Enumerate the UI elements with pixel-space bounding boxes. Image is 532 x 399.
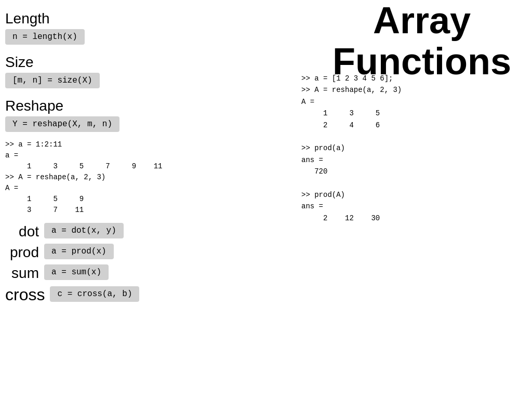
length-section: Length n = length(x) xyxy=(5,10,203,47)
prod-formula: a = prod(x) xyxy=(44,244,114,259)
reshape-section: Reshape Y = reshape(X, m, n) >> a = 1:2:… xyxy=(5,98,203,216)
prod-label: prod xyxy=(5,244,39,261)
dot-section: dot a = dot(x, y) xyxy=(5,223,203,241)
length-formula: n = length(x) xyxy=(5,29,85,45)
sum-section: sum a = sum(x) xyxy=(5,264,203,282)
reshape-formula: Y = reshape(X, m, n) xyxy=(5,116,119,132)
sum-formula: a = sum(x) xyxy=(44,264,109,280)
page-title: Array Functions xyxy=(312,0,532,82)
dot-formula: a = dot(x, y) xyxy=(44,223,124,238)
left-panel: Length n = length(x) Size [m, n] = size(… xyxy=(5,5,203,308)
size-section: Size [m, n] = size(X) xyxy=(5,54,203,90)
cross-section: cross c = cross(a, b) xyxy=(5,285,203,304)
length-label: Length xyxy=(5,10,203,27)
reshape-example: >> a = 1:2:11 a = 1 3 5 7 9 11 >> A = re… xyxy=(5,139,203,216)
size-formula: [m, n] = size(X) xyxy=(5,73,100,88)
size-label: Size xyxy=(5,54,203,71)
cross-label: cross xyxy=(5,285,45,304)
right-panel: >> a = [1 2 3 4 5 6]; >> A = reshape(a, … xyxy=(301,73,525,224)
prod-section: prod a = prod(x) xyxy=(5,244,203,261)
reshape-label: Reshape xyxy=(5,98,203,114)
right-code-block: >> a = [1 2 3 4 5 6]; >> A = reshape(a, … xyxy=(301,73,525,224)
sum-label: sum xyxy=(5,265,39,282)
cross-formula: c = cross(a, b) xyxy=(50,286,139,302)
dot-label: dot xyxy=(5,223,39,240)
